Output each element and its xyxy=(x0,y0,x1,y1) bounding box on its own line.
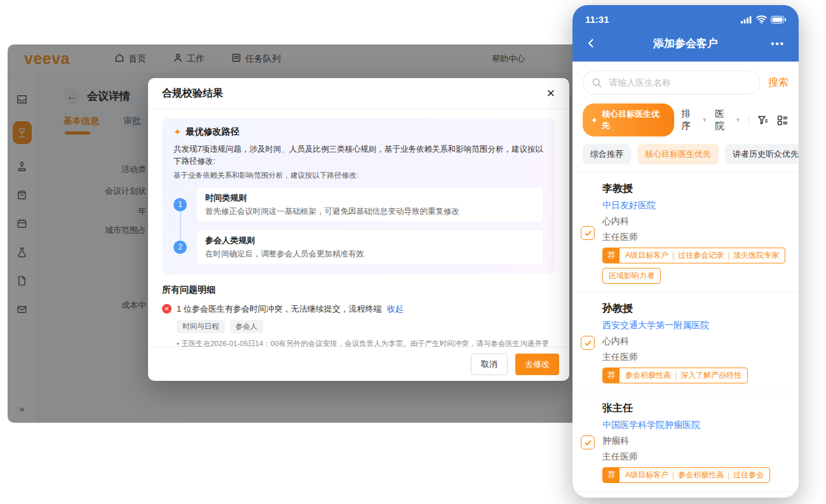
issue-text: 1 位参会医生有参会时间冲突，无法继续提交，流程终端 xyxy=(177,303,382,315)
recommend-tag-text: 参会积极性高 xyxy=(678,470,724,481)
hospital-label: 医院 xyxy=(715,108,733,132)
cancel-button[interactable]: 取消 xyxy=(471,354,508,375)
path-step: 2参会人类规则在时间确定后，调整参会人员会更加精准有效 xyxy=(173,229,544,265)
doctor-hospital-link[interactable]: 中国医学科学院肿瘤医院 xyxy=(602,420,789,431)
signal-icon xyxy=(741,16,752,23)
more-menu-icon[interactable]: ••• xyxy=(771,38,785,49)
extra-tag: 区域影响力者 xyxy=(602,268,661,284)
modal-title: 合规校验结果 xyxy=(162,87,223,100)
recommend-tag-text: A级目标客户 xyxy=(625,250,668,261)
sort-chip-讲者历史听众优先[interactable]: 讲者历史听众优先 xyxy=(725,144,799,164)
status-time: 11:31 xyxy=(585,14,609,25)
doctor-title: 主任医师 xyxy=(602,352,789,363)
doctor-hospital-link[interactable]: 西安交通大学第一附属医院 xyxy=(602,320,789,331)
checkbox-checked[interactable] xyxy=(581,435,595,449)
tag-separator-icon: | xyxy=(675,371,677,380)
doctor-extra-tags: 区域影响力者 xyxy=(602,268,789,284)
recommend-badge: 荐 xyxy=(603,368,620,383)
sort-chip-核心目标医生优先[interactable]: 核心目标医生优先 xyxy=(637,144,719,164)
sparkle-icon: ✦ xyxy=(591,116,598,125)
wifi-icon xyxy=(756,15,767,23)
recommend-tag-text: 过往参会记录 xyxy=(678,250,724,261)
issue-toggle-link[interactable]: 收起 xyxy=(387,303,403,315)
error-icon: ✕ xyxy=(162,304,172,314)
recommend-tag: 荐参会积极性高|深入了解产品特性 xyxy=(602,368,748,383)
search-button[interactable]: 搜索 xyxy=(768,76,789,90)
step-description: 首先修正会议时间这一基础框架，可避免因基础信息变动导致的重复修改 xyxy=(205,206,534,217)
doctor-rec-tags: 荐参会积极性高|深入了解产品特性 xyxy=(602,368,789,383)
checkbox-checked[interactable] xyxy=(581,336,595,350)
recommend-tag: 荐A级目标客户|过往参会记录|顶尖医院专家 xyxy=(602,248,785,263)
issue-tag: 时间与日程 xyxy=(177,320,225,333)
doctor-rec-tags: 荐A级目标客户|参会积极性高|过往参会 xyxy=(602,467,789,483)
compliance-result-modal: 合规校验结果 ✕ ✦ 最优修改路径 共发现7项违规问题，涉及时间、人员及比例三类… xyxy=(148,78,569,381)
sort-chip-综合推荐[interactable]: 综合推荐 xyxy=(583,144,631,164)
recommend-badge: 荐 xyxy=(603,468,620,482)
battery-icon xyxy=(771,16,786,23)
search-icon xyxy=(592,77,602,88)
search-input[interactable] xyxy=(607,77,751,88)
primary-filter-label: 核心目标医生优先 xyxy=(602,109,666,131)
recommend-badge: 荐 xyxy=(603,248,620,263)
doctor-title: 主任医师 xyxy=(602,451,789,463)
doctor-list-item[interactable]: 孙教授西安交通大学第一附属医院心内科主任医师荐参会积极性高|深入了解产品特性 xyxy=(572,293,799,392)
filter-funnel-icon[interactable] xyxy=(757,114,769,126)
issue-row: ✕1 位参会医生有参会时间冲突，无法继续提交，流程终端收起 xyxy=(162,303,555,315)
recommend-segments: A级目标客户|参会积极性高|过往参会 xyxy=(620,468,769,482)
path-summary: 共发现7项违规问题，涉及时间、人员及比例三类核心规则，基于业务依赖关系和影响范围… xyxy=(173,143,544,168)
doctor-info: 张主任中国医学科学院肿瘤医院肿瘤科主任医师荐A级目标客户|参会积极性高|过往参会 xyxy=(602,402,789,483)
doctor-title: 主任医师 xyxy=(602,232,789,243)
layout-toggle-icon[interactable] xyxy=(776,114,789,126)
step-title: 时间类规则 xyxy=(205,192,534,204)
step-card: 参会人类规则在时间确定后，调整参会人员会更加精准有效 xyxy=(196,229,544,265)
search-input-wrap xyxy=(583,70,760,95)
recommend-segments: 参会积极性高|深入了解产品特性 xyxy=(620,368,747,383)
chevron-down-icon: ▼ xyxy=(701,117,707,123)
chevron-down-icon: ▼ xyxy=(735,117,741,123)
optimal-path-title: 最优修改路径 xyxy=(186,126,240,138)
divider xyxy=(748,115,749,126)
step-number-badge: 1 xyxy=(173,198,187,211)
path-step: 1时间类规则首先修正会议时间这一基础框架，可避免因基础信息变动导致的重复修改 xyxy=(173,187,544,223)
doctor-list-item[interactable]: 李副主任河北医科大学第二医院心血管内科副主任医师 xyxy=(572,492,799,498)
tag-separator-icon: | xyxy=(728,251,729,260)
step-title: 参会人类规则 xyxy=(205,235,534,246)
phone-page-title: 添加参会客户 xyxy=(585,36,786,51)
doctor-info: 孙教授西安交通大学第一附属医院心内科主任医师荐参会积极性高|深入了解产品特性 xyxy=(602,302,789,383)
issue-tags: 时间与日程参会人 xyxy=(177,320,555,333)
phone-overlay: 11:31 添加参会客户 ••• 搜索 ✦ 核心 xyxy=(572,5,799,498)
primary-filter-pill[interactable]: ✦ 核心目标医生优先 xyxy=(583,103,674,136)
doctor-list: 李教授中日友好医院心内科主任医师荐A级目标客户|过往参会记录|顶尖医院专家区域影… xyxy=(572,172,799,498)
step-number-badge: 2 xyxy=(173,241,187,254)
doctor-list-item[interactable]: 张主任中国医学科学院肿瘤医院肿瘤科主任医师荐A级目标客户|参会积极性高|过往参会 xyxy=(572,392,799,492)
hospital-dropdown[interactable]: 医院 ▼ xyxy=(715,108,741,132)
doctor-name: 孙教授 xyxy=(602,302,789,315)
recommend-tag-text: 顶尖医院专家 xyxy=(733,250,779,261)
tag-separator-icon: | xyxy=(672,251,674,260)
sort-dropdown[interactable]: 排序 ▼ xyxy=(682,108,708,132)
doctor-department: 肿瘤科 xyxy=(602,435,789,447)
recommend-tag: 荐A级目标客户|参会积极性高|过往参会 xyxy=(602,467,770,483)
doctor-list-item[interactable]: 李教授中日友好医院心内科主任医师荐A级目标客户|过往参会记录|顶尖医院专家区域影… xyxy=(572,173,799,293)
recommend-tag-text: 深入了解产品特性 xyxy=(680,370,741,381)
go-fix-button[interactable]: 去修改 xyxy=(515,354,559,375)
status-icons xyxy=(741,15,786,23)
checkbox-checked[interactable] xyxy=(581,226,595,240)
sort-chips: 综合推荐核心目标医生优先讲者历史听众优先 xyxy=(572,142,799,172)
step-card: 时间类规则首先修正会议时间这一基础框架，可避免因基础信息变动导致的重复修改 xyxy=(196,187,544,223)
tag-separator-icon: | xyxy=(672,471,674,480)
close-icon[interactable]: ✕ xyxy=(546,88,555,99)
doctor-name: 李教授 xyxy=(602,182,789,196)
recommend-tag-text: 过往参会 xyxy=(733,470,764,481)
issues-title: 所有问题明细 xyxy=(162,284,555,296)
recommend-tag-text: A级目标客户 xyxy=(625,470,668,481)
recommend-segments: A级目标客户|过往参会记录|顶尖医院专家 xyxy=(620,248,785,263)
phone-header: 11:31 添加参会客户 ••• xyxy=(572,5,799,62)
doctor-hospital-link[interactable]: 中日友好医院 xyxy=(602,200,789,211)
recommend-tag-text: 参会积极性高 xyxy=(625,370,671,381)
optimal-path-panel: ✦ 最优修改路径 共发现7项违规问题，涉及时间、人员及比例三类核心规则，基于业务… xyxy=(162,118,555,274)
path-steps: 1时间类规则首先修正会议时间这一基础框架，可避免因基础信息变动导致的重复修改2参… xyxy=(173,187,544,265)
issues-list: ✕1 位参会医生有参会时间冲突，无法继续提交，流程终端收起时间与日程参会人• 王… xyxy=(162,303,555,347)
doctor-info: 李教授中日友好医院心内科主任医师荐A级目标客户|过往参会记录|顶尖医院专家区域影… xyxy=(602,182,789,284)
doctor-department: 心内科 xyxy=(602,336,789,347)
